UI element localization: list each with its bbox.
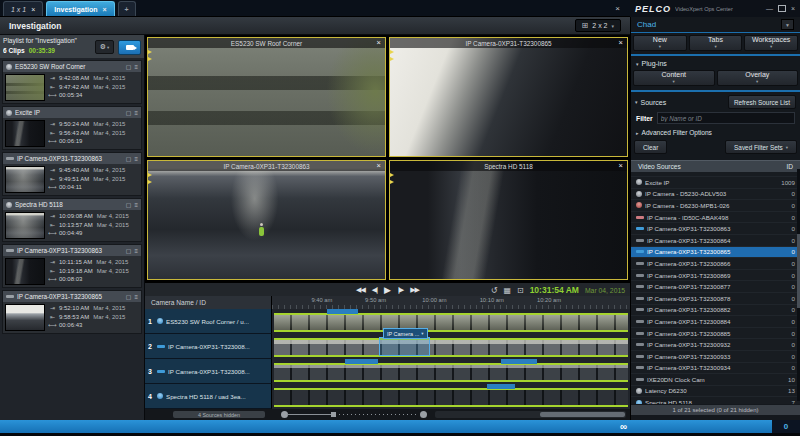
- slider-handle[interactable]: [331, 412, 336, 417]
- source-row[interactable]: Excite IP1009: [631, 177, 800, 189]
- restore-button[interactable]: [778, 5, 786, 12]
- hscrollbar-thumb[interactable]: [540, 412, 625, 417]
- source-row[interactable]: IP Camera-0XP31-T323008690: [631, 270, 800, 282]
- clip-segment[interactable]: [327, 309, 357, 314]
- advanced-filter-toggle[interactable]: ▸ Advanced Filter Options: [631, 126, 800, 137]
- filter-funnel-icon[interactable]: ▼: [781, 19, 794, 30]
- menu-icon[interactable]: ≡: [134, 248, 138, 254]
- fast-forward-button[interactable]: ▶▶: [410, 283, 419, 297]
- source-row[interactable]: IP Camera - D5230-ADLV5030: [631, 189, 800, 201]
- timeline-track[interactable]: [272, 384, 630, 409]
- snapshot-icon[interactable]: ⊡: [517, 286, 524, 295]
- clear-button[interactable]: Clear: [634, 140, 667, 154]
- close-cell-icon[interactable]: ×: [619, 38, 623, 48]
- timeline-row-label[interactable]: 1ES5230 SW Roof Corner / u...: [145, 309, 272, 334]
- close-window-button[interactable]: ×: [791, 4, 795, 14]
- playlist-clip[interactable]: Spectra HD 5118▢≡⇥10:09:08 AMMar 4, 2015…: [2, 198, 142, 242]
- bracket-icon[interactable]: ▢: [126, 247, 132, 254]
- bracket-icon[interactable]: ▢: [126, 201, 132, 208]
- source-row[interactable]: IP Camera-0XP31-T323008650: [631, 247, 800, 259]
- menu-icon[interactable]: ≡: [134, 294, 138, 300]
- clip-segment[interactable]: [379, 337, 429, 356]
- close-cell-icon[interactable]: ×: [619, 161, 623, 171]
- playlist-clip[interactable]: IP Camera-0XP31-T32300863▢≡⇥10:11:15 AMM…: [2, 244, 142, 288]
- close-tab-icon[interactable]: ×: [102, 6, 106, 13]
- timeline-row-label[interactable]: 3IP Camera-0XP31-T323008...: [145, 359, 272, 384]
- source-row[interactable]: IP Camera-0XP31-T323008640: [631, 235, 800, 247]
- bracket-icon[interactable]: ▢: [126, 155, 132, 162]
- close-cell-icon[interactable]: ×: [377, 38, 381, 48]
- source-row[interactable]: IP Camera-0XP31-T323009330: [631, 351, 800, 363]
- playlist-clip[interactable]: ES5230 SW Roof Corner▢≡⇥9:42:08 AMMar 4,…: [2, 60, 142, 104]
- clip-segment[interactable]: [501, 359, 537, 364]
- video-cell[interactable]: IP Camera-0XP31-T32300863×: [147, 160, 386, 280]
- tabs-button[interactable]: Tabs ▾: [689, 35, 743, 51]
- tab-1x1[interactable]: 1 x 1 ×: [3, 1, 43, 16]
- video-cell[interactable]: Spectra HD 5118×: [389, 160, 628, 280]
- source-list[interactable]: Excite IP1009IP Camera - D5230-ADLV5030I…: [631, 172, 800, 404]
- sources-hidden-button[interactable]: 4 Sources hidden: [173, 411, 265, 418]
- timeline-row-label[interactable]: 4Spectra HD 5118 / uad 3ea...: [145, 384, 272, 409]
- source-row[interactable]: IP Camera-0XP31-T323008850: [631, 328, 800, 340]
- filter-input[interactable]: [657, 112, 795, 124]
- calendar-icon[interactable]: ▦: [503, 286, 511, 295]
- refresh-source-list-button[interactable]: Refresh Source List: [728, 95, 796, 109]
- bracket-icon[interactable]: ▢: [126, 109, 132, 116]
- saved-filter-sets-button[interactable]: Saved Filter Sets ▾: [725, 140, 797, 154]
- clip-segment[interactable]: [345, 359, 377, 364]
- source-row[interactable]: Latency D623013: [631, 386, 800, 398]
- bracket-icon[interactable]: ▢: [126, 293, 132, 300]
- source-row[interactable]: IP Camera-0XP31-T323009340: [631, 363, 800, 375]
- tab-investigation[interactable]: Investigation ×: [46, 1, 114, 16]
- source-row[interactable]: IP Camera-0XP31-T323008840: [631, 316, 800, 328]
- play-button[interactable]: ▶: [384, 283, 391, 297]
- video-cell[interactable]: IP Camera-0XP31-T32300865×: [389, 37, 628, 157]
- layout-selector[interactable]: ⊞ 2 x 2 ▾: [575, 19, 621, 32]
- time-ruler[interactable]: 9:40 am9:50 am10:00 am10:10 am10:20 am: [272, 296, 630, 309]
- content-button[interactable]: Content ▾: [633, 70, 715, 86]
- playlist-clip[interactable]: IP Camera-0XP31-T32300863▢≡⇥9:45:40 AMMa…: [2, 152, 142, 196]
- playlist-clip[interactable]: Excite IP▢≡⇥9:50:24 AMMar 4, 2015⇤9:56:4…: [2, 106, 142, 150]
- new-tab-button[interactable]: +: [118, 1, 136, 16]
- rewind-button[interactable]: ◀◀: [356, 283, 365, 297]
- menu-icon[interactable]: ≡: [134, 110, 138, 116]
- notification-area[interactable]: 0: [772, 420, 800, 433]
- new-button[interactable]: New ▾: [633, 35, 687, 51]
- menu-icon[interactable]: ≡: [134, 64, 138, 70]
- source-row[interactable]: IP Camera - D6230-MPB1-0260: [631, 200, 800, 212]
- close-strip-icon[interactable]: ×: [615, 4, 620, 13]
- bracket-icon[interactable]: ▢: [126, 63, 132, 70]
- export-video-button[interactable]: [118, 40, 141, 55]
- timeline-hscrollbar[interactable]: [435, 411, 626, 418]
- close-tab-icon[interactable]: ×: [31, 6, 35, 13]
- plugins-section-header[interactable]: ▾ Plug-ins: [631, 56, 800, 69]
- source-row[interactable]: IXE20DN Clock Cam10: [631, 374, 800, 386]
- source-row[interactable]: IP Camera-0XP31-T323008820: [631, 305, 800, 317]
- source-row[interactable]: IP Camera-0XP31-T323008660: [631, 258, 800, 270]
- playlist-clip[interactable]: IP Camera-0XP31-T32300865▢≡⇥9:52:10 AMMa…: [2, 290, 142, 334]
- step-forward-button[interactable]: |▶: [398, 283, 403, 297]
- sync-icon[interactable]: ↺: [491, 286, 498, 295]
- close-cell-icon[interactable]: ×: [377, 161, 381, 171]
- menu-icon[interactable]: ≡: [134, 156, 138, 162]
- source-row[interactable]: IP Camera-0XP31-T323009320: [631, 339, 800, 351]
- clip-segment[interactable]: [487, 384, 516, 389]
- workspaces-button[interactable]: Workspaces ▾: [744, 35, 798, 51]
- source-row[interactable]: Spectra HD 51187: [631, 397, 800, 404]
- timeline-track[interactable]: [272, 309, 630, 334]
- step-back-button[interactable]: ◀|: [372, 283, 377, 297]
- timeline-track[interactable]: [272, 359, 630, 384]
- slider-handle[interactable]: [420, 411, 427, 418]
- menu-icon[interactable]: ≡: [134, 202, 138, 208]
- source-row[interactable]: IP Camera-0XP31-T323008770: [631, 281, 800, 293]
- overlay-button[interactable]: Overlay ▾: [717, 70, 799, 86]
- source-row[interactable]: IP Camera - ID50C-ABAK4980: [631, 212, 800, 224]
- playlist-settings-button[interactable]: ⚙ ▾: [95, 40, 114, 54]
- timeline-track[interactable]: IP Camera ...▾: [272, 334, 630, 359]
- timeline-row-label[interactable]: 2IP Camera-0XP31-T323008...: [145, 334, 272, 359]
- video-cell[interactable]: ES5230 SW Roof Corner×: [147, 37, 386, 157]
- minimize-button[interactable]: —: [766, 4, 773, 14]
- sources-toggle[interactable]: ▾ Sources: [635, 99, 666, 106]
- user-name[interactable]: Chad: [637, 20, 781, 29]
- source-row[interactable]: IP Camera-0XP31-T323008630: [631, 223, 800, 235]
